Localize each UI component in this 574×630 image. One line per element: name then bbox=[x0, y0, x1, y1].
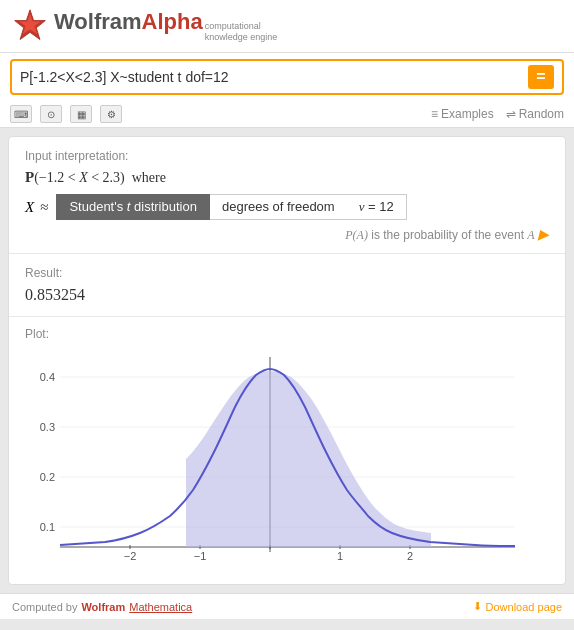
prob-note: P(A) is the probability of the event A ▶ bbox=[25, 226, 549, 243]
toolbar: ⌨ ⊙ ▦ ⚙ ≡Examples ⇌Random bbox=[0, 101, 574, 128]
logo-tagline: computational knowledge engine bbox=[205, 21, 278, 43]
formula-text: (−1.2 < X < 2.3) where bbox=[34, 170, 166, 185]
y-tick-03: 0.3 bbox=[40, 421, 55, 433]
random-link[interactable]: ⇌Random bbox=[506, 107, 564, 121]
search-submit-button[interactable]: = bbox=[528, 65, 554, 89]
logo-area: WolframAlpha computational knowledge eng… bbox=[12, 8, 277, 44]
x-tick-1: 1 bbox=[337, 550, 343, 562]
p-symbol: P bbox=[25, 169, 34, 185]
x-variable: X bbox=[25, 199, 34, 216]
footer-mathematica-link[interactable]: Mathematica bbox=[129, 601, 192, 613]
toolbar-table-icon[interactable]: ▦ bbox=[70, 105, 92, 123]
plot-svg: 0.4 0.3 0.2 0.1 −2 bbox=[25, 347, 545, 567]
input-section-label: Input interpretation: bbox=[25, 149, 549, 163]
search-bar: = bbox=[10, 59, 564, 95]
app: WolframAlpha computational knowledge eng… bbox=[0, 0, 574, 619]
result-value: 0.853254 bbox=[25, 286, 549, 304]
wolfram-star-icon bbox=[12, 8, 48, 44]
header: WolframAlpha computational knowledge eng… bbox=[0, 0, 574, 53]
logo-alpha: Alpha bbox=[142, 9, 203, 35]
download-page-link[interactable]: ⬇ Download page bbox=[473, 600, 562, 613]
x-tick-minus1: −1 bbox=[194, 550, 207, 562]
examples-icon: ≡ bbox=[431, 107, 438, 121]
toolbar-settings-icon[interactable]: ⚙ bbox=[100, 105, 122, 123]
y-tick-04: 0.4 bbox=[40, 371, 55, 383]
submit-icon: = bbox=[536, 68, 545, 86]
input-section: Input interpretation: P(−1.2 < X < 2.3) … bbox=[9, 137, 565, 254]
more-arrow-icon[interactable]: ▶ bbox=[538, 227, 549, 242]
y-tick-01: 0.1 bbox=[40, 521, 55, 533]
toolbar-keyboard-icon[interactable]: ⌨ bbox=[10, 105, 32, 123]
plot-canvas: 0.4 0.3 0.2 0.1 −2 bbox=[25, 347, 549, 570]
result-section: Result: 0.853254 bbox=[9, 254, 565, 317]
plot-label: Plot: bbox=[25, 327, 549, 341]
logo-wolfram: Wolfram bbox=[54, 9, 142, 35]
plot-section: Plot: 0.4 0.3 0.2 0.1 bbox=[9, 317, 565, 584]
footer: Computed by Wolfram Mathematica ⬇ Downlo… bbox=[0, 593, 574, 619]
footer-wolfram-text: Wolfram bbox=[81, 601, 125, 613]
computed-by-text: Computed by bbox=[12, 601, 77, 613]
prob-formula: P(A) bbox=[345, 228, 368, 242]
logo-text-area: WolframAlpha computational knowledge eng… bbox=[54, 9, 277, 43]
event-a: A bbox=[527, 228, 534, 242]
toolbar-camera-icon[interactable]: ⊙ bbox=[40, 105, 62, 123]
distribution-tabs: Student's t distribution degrees of free… bbox=[56, 194, 406, 220]
y-tick-02: 0.2 bbox=[40, 471, 55, 483]
interpretation-row: X ≈ Student's t distribution degrees of … bbox=[25, 194, 549, 220]
examples-link[interactable]: ≡Examples bbox=[431, 107, 494, 121]
toolbar-links: ≡Examples ⇌Random bbox=[431, 107, 564, 121]
search-input[interactable] bbox=[20, 69, 528, 85]
toolbar-icons: ⌨ ⊙ ▦ ⚙ bbox=[10, 105, 431, 123]
main-content: Input interpretation: P(−1.2 < X < 2.3) … bbox=[8, 136, 566, 585]
x-tick-2: 2 bbox=[407, 550, 413, 562]
shaded-area bbox=[186, 371, 431, 547]
search-bar-container: = bbox=[0, 53, 574, 101]
interpretation-formula: P(−1.2 < X < 2.3) where bbox=[25, 169, 549, 186]
approx-symbol: ≈ bbox=[40, 199, 48, 216]
dof-tab[interactable]: degrees of freedom bbox=[210, 194, 347, 220]
download-text: Download page bbox=[486, 601, 562, 613]
result-label: Result: bbox=[25, 266, 549, 280]
download-icon: ⬇ bbox=[473, 600, 482, 613]
distribution-tab[interactable]: Student's t distribution bbox=[56, 194, 210, 220]
nu-tab[interactable]: ν = 12 bbox=[347, 194, 407, 220]
footer-left: Computed by Wolfram Mathematica bbox=[12, 601, 192, 613]
x-tick-minus2: −2 bbox=[124, 550, 137, 562]
random-icon: ⇌ bbox=[506, 107, 516, 121]
